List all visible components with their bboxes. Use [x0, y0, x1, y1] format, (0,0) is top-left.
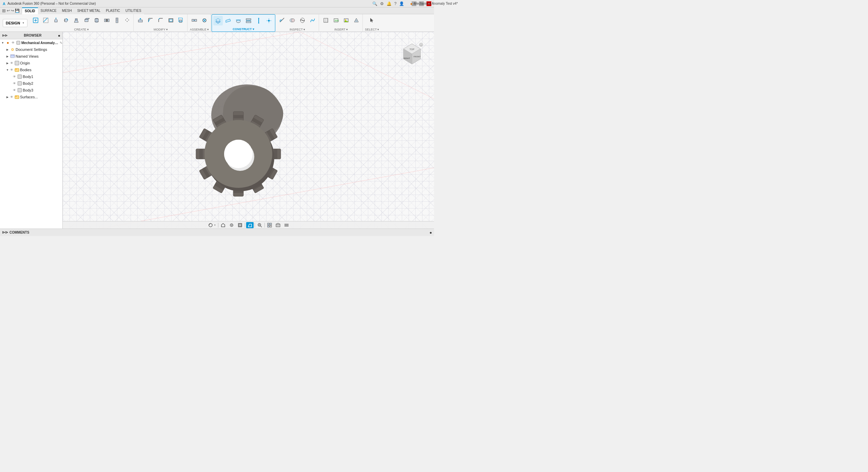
surfaces-eye-icon[interactable]: 👁 [10, 95, 13, 99]
perspective-button[interactable] [246, 222, 254, 228]
press-pull-button[interactable] [136, 16, 145, 25]
nav-cube[interactable]: TOP FRONT RIGHT ⌂ [400, 42, 424, 66]
look-at-button[interactable] [228, 222, 235, 228]
tab-plastic[interactable]: PLASTIC [103, 7, 123, 14]
root-eye-icon[interactable]: 👁 [12, 41, 15, 44]
move-button[interactable] [122, 16, 132, 25]
toolbar-group-create: CREATE ▾ [29, 14, 134, 32]
svg-rect-132 [270, 223, 272, 225]
hole-button[interactable] [102, 16, 112, 25]
insert-image-button[interactable] [341, 16, 351, 25]
redo-icon[interactable]: ↪ [11, 8, 14, 13]
undo-icon[interactable]: ↩ [7, 8, 10, 13]
svg-rect-99 [233, 115, 243, 118]
tree-item-body2[interactable]: 👁 Body2 [0, 80, 62, 87]
revolve-button[interactable] [61, 16, 71, 25]
interference-button[interactable] [288, 16, 297, 25]
svg-rect-72 [15, 61, 19, 65]
select-button[interactable] [367, 16, 377, 25]
menu-tabs: SOLID SURFACE MESH SHEET METAL PLASTIC U… [22, 7, 144, 14]
tree-item-body3[interactable]: 👁 Body3 [0, 87, 62, 94]
viewport[interactable]: TOP FRONT RIGHT ⌂ ▾ [63, 32, 434, 229]
axis-thru-edges-button[interactable] [254, 16, 263, 25]
comments-expand-icon[interactable]: ⊳⊳ [2, 230, 8, 235]
body2-eye-icon[interactable]: 👁 [13, 82, 16, 85]
joint-button[interactable] [190, 16, 199, 25]
tree-item-named-views[interactable]: ▶ Named Views [0, 53, 62, 60]
design-dropdown[interactable]: DESIGN ▼ [3, 19, 27, 27]
rigid-joint-button[interactable] [200, 16, 209, 25]
grid-menu-icon[interactable]: ⊞ [2, 8, 6, 13]
insert-svg-button[interactable]: SVG [331, 16, 341, 25]
tangent-plane-button[interactable] [234, 16, 243, 25]
cylinder-button[interactable] [92, 16, 101, 25]
account-icon[interactable]: 👤 [399, 1, 404, 6]
decal-button[interactable]: D [352, 16, 361, 25]
offset-plane-button[interactable] [213, 16, 223, 25]
new-component-button[interactable] [31, 16, 40, 25]
root-settings-icon [16, 40, 21, 45]
svg-rect-134 [270, 225, 272, 227]
notify-icon[interactable]: 🔔 [387, 1, 392, 6]
svg-rect-105 [233, 190, 243, 193]
visual-style-button[interactable] [274, 222, 282, 228]
comments-pin-icon[interactable]: ● [430, 230, 432, 235]
tab-sheet-metal[interactable]: SHEET METAL [75, 7, 103, 14]
body1-eye-icon[interactable]: 👁 [13, 75, 16, 78]
tree-item-doc-settings[interactable]: ▶ ⚙ Document Settings [0, 46, 62, 53]
svg-rect-125 [239, 224, 241, 226]
tree-item-root[interactable]: ▼ ● 👁 Mechanical Anomaly Test v4 ✎ [0, 39, 62, 46]
tree-item-surfaces[interactable]: ▶ 👁 Surfaces... [0, 94, 62, 100]
orbit-dropdown-icon[interactable]: ▾ [214, 224, 216, 227]
toolbar-group-inspect: INSPECT ▾ [276, 14, 319, 32]
svg-rect-71 [13, 55, 14, 56]
svg-point-48 [268, 20, 270, 21]
tree-item-body1[interactable]: 👁 Body1 [0, 73, 62, 80]
help-icon[interactable]: ? [394, 1, 397, 6]
tab-solid[interactable]: SOLID [22, 7, 38, 14]
tree-item-origin[interactable]: ▶ 👁 Origin [0, 60, 62, 66]
zebra-button[interactable] [298, 16, 307, 25]
measure-button[interactable] [277, 16, 287, 25]
orbit-button[interactable]: ▾ [207, 222, 217, 228]
browser-pin-icon[interactable]: ⊳⊳ [2, 34, 7, 37]
tab-surface[interactable]: SURFACE [38, 7, 59, 14]
dropdown-arrow-icon: ▼ [22, 22, 24, 24]
save-icon[interactable]: 💾 [15, 8, 20, 13]
shell-button[interactable] [166, 16, 176, 25]
midplane-button[interactable] [244, 16, 253, 25]
toolbar-group-construct: CONSTRUCT ▾ [212, 14, 275, 32]
insert-mesh-button[interactable] [321, 16, 331, 25]
browser-close-icon[interactable]: ● [58, 33, 60, 38]
fillet-button[interactable] [146, 16, 155, 25]
effects-button[interactable] [283, 222, 290, 228]
chamfer-button[interactable] [156, 16, 165, 25]
tab-mesh[interactable]: MESH [59, 7, 75, 14]
curvature-button[interactable] [308, 16, 317, 25]
scale-button[interactable] [176, 16, 186, 25]
sketch-button[interactable] [41, 16, 51, 25]
body3-eye-icon[interactable]: 👁 [13, 88, 16, 92]
zoom-button[interactable] [256, 222, 263, 228]
root-edit-icon[interactable]: ✎ [60, 41, 62, 45]
svg-rect-9 [75, 19, 77, 20]
tree-item-bodies[interactable]: ▼ 👁 Bodies [0, 66, 62, 73]
display-mode-button[interactable] [266, 222, 273, 228]
box-button[interactable] [82, 16, 91, 25]
browser-title: BROWSER [24, 34, 41, 37]
svg-point-45 [258, 22, 259, 23]
bodies-eye-icon[interactable]: 👁 [10, 68, 13, 72]
home-view-button[interactable] [219, 222, 227, 228]
origin-eye-icon[interactable]: 👁 [10, 61, 13, 65]
fit-button[interactable] [236, 222, 244, 228]
extrude-button[interactable] [51, 16, 61, 25]
svg-rect-108 [199, 149, 203, 159]
title-bar-center: ● Mechanical Anomaly Test v4* [410, 2, 434, 6]
angle-plane-button[interactable] [223, 16, 233, 25]
tab-utilities[interactable]: UTILITIES [123, 7, 144, 14]
loft-button[interactable] [72, 16, 81, 25]
settings-icon[interactable]: ⚙ [380, 1, 384, 6]
thread-button[interactable] [112, 16, 122, 25]
search-icon[interactable]: 🔍 [372, 1, 377, 6]
point-button[interactable] [264, 16, 274, 25]
